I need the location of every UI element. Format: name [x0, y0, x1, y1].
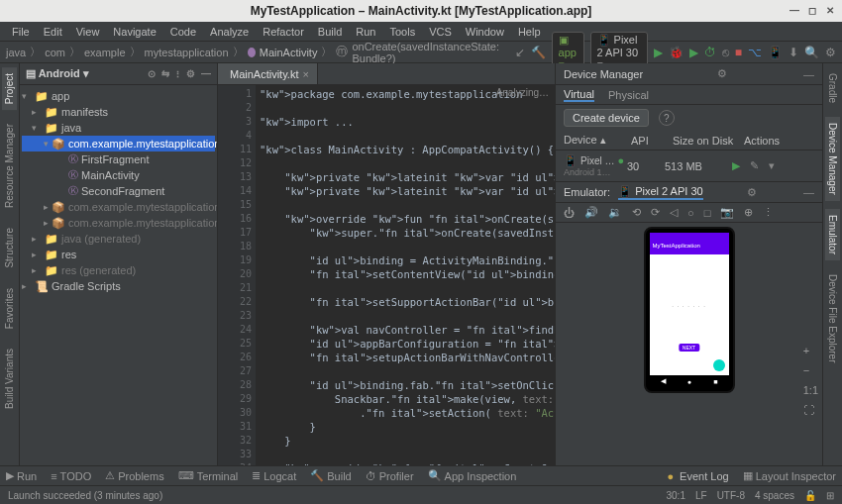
tree-row[interactable]: ⓀMainActivity	[22, 167, 215, 183]
emulator-device[interactable]: 📱 Pixel 2 API 30	[618, 185, 703, 200]
tree-row[interactable]: ▾📦com.example.mytestapplication	[22, 136, 215, 151]
status-line-sep[interactable]: LF	[695, 490, 707, 501]
settings-icon[interactable]: ⚙	[825, 46, 836, 59]
tree-row[interactable]: ▸📁res (generated)	[22, 262, 215, 278]
emu-volup-icon[interactable]: 🔊	[584, 206, 598, 219]
profile-icon[interactable]: ⏱	[704, 46, 716, 59]
emu-zoom-in-icon[interactable]: +	[803, 345, 818, 356]
dm-col-actions[interactable]: Actions	[744, 135, 814, 147]
menu-vcs[interactable]: VCS	[423, 24, 458, 40]
tree-row[interactable]: ▾📁java	[22, 120, 215, 136]
emu-zoom-out-icon[interactable]: −	[803, 364, 818, 376]
menu-code[interactable]: Code	[164, 24, 202, 40]
status-readonly-icon[interactable]: 🔓	[804, 490, 816, 501]
tree-row[interactable]: ▸📦com.example.mytestapplication (test)	[22, 215, 215, 231]
bottom-tab-terminal[interactable]: ⌨ Terminal	[178, 469, 239, 482]
rail-device-file-explorer[interactable]: Device File Explorer	[825, 268, 840, 368]
breadcrumb-method[interactable]: onCreate(savedInstanceState: Bundle?)	[352, 41, 510, 64]
device-edit-icon[interactable]: ✎	[750, 159, 759, 172]
project-collapse-icon[interactable]: ⇆	[161, 68, 169, 79]
emu-zoom-fit-icon[interactable]: 1:1	[803, 384, 818, 396]
editor-tab[interactable]: MainActivity.kt ×	[218, 63, 318, 84]
device-manager-hide-icon[interactable]: —	[800, 68, 814, 80]
search-icon[interactable]: 🔍	[804, 46, 819, 59]
emu-back-icon[interactable]: ◁	[670, 206, 678, 219]
bottom-tab-layout-inspector[interactable]: ▦ Layout Inspector	[743, 469, 836, 482]
editor-gutter[interactable]: 1234111213141516171819202122232425262728…	[218, 85, 256, 465]
dm-tab-virtual[interactable]: Virtual	[564, 88, 594, 102]
bottom-tab-build[interactable]: 🔨 Build	[310, 469, 351, 482]
project-tree[interactable]: ▾📁app▸📁manifests▾📁java▾📦com.example.myte…	[20, 85, 217, 297]
vcs-icon[interactable]: ⌥	[748, 46, 762, 59]
tree-row[interactable]: ▸📦com.example.mytestapplication (android…	[22, 199, 215, 215]
sdk-manager-icon[interactable]: ⬇	[789, 46, 798, 59]
bottom-tab-profiler[interactable]: ⏱ Profiler	[366, 470, 414, 482]
run-icon[interactable]: ▶	[654, 46, 663, 59]
menu-edit[interactable]: Edit	[38, 24, 68, 40]
coverage-icon[interactable]: ▶	[689, 46, 698, 59]
project-gear-icon[interactable]: ⚙	[186, 68, 195, 79]
bottom-tab-logcat[interactable]: ≣ Logcat	[252, 469, 296, 482]
rail-resource-manager[interactable]: Resource Manager	[2, 118, 17, 214]
emu-rotate-left-icon[interactable]: ⟲	[632, 206, 641, 219]
stop-icon[interactable]: ■	[735, 46, 742, 59]
attach-debugger-icon[interactable]: ⎋	[722, 46, 729, 59]
create-device-button[interactable]: Create device	[564, 109, 649, 127]
tree-row[interactable]: ▸📁res	[22, 247, 215, 262]
editor-code[interactable]: "kw">package com.example.mytestapplicati…	[256, 85, 555, 465]
device-row[interactable]: 📱 Pixel … ● Android 1… 30 513 MB ▶ ✎ ▾	[556, 151, 822, 181]
device-menu-icon[interactable]: ▾	[769, 159, 775, 172]
tree-row[interactable]: ⓀSecondFragment	[22, 183, 215, 199]
help-icon[interactable]: ?	[659, 110, 675, 126]
rail-device-manager[interactable]: Device Manager	[825, 117, 840, 201]
emulator-hide-icon[interactable]: —	[800, 186, 814, 198]
rail-gradle[interactable]: Gradle	[825, 67, 840, 109]
emu-overview-icon[interactable]: □	[704, 207, 711, 219]
emulator-screen[interactable]: MyTestApplication · · · · · · · NEXT ◀ ●…	[644, 227, 735, 393]
breadcrumb-file[interactable]: MainActivity	[260, 47, 318, 58]
debug-icon[interactable]: 🐞	[669, 46, 684, 59]
rail-emulator[interactable]: Emulator	[825, 209, 840, 260]
tree-row[interactable]: ▸📁manifests	[22, 104, 215, 120]
bottom-tab-app-inspection[interactable]: 🔍 App Inspection	[428, 469, 517, 482]
bottom-tab-event-log[interactable]: Event Log	[667, 469, 728, 482]
emu-rotate-right-icon[interactable]: ⟳	[651, 206, 660, 219]
emu-voldown-icon[interactable]: 🔉	[608, 206, 622, 219]
device-manager-gear-icon[interactable]: ⚙	[717, 67, 727, 80]
emu-more-icon[interactable]: ⋮	[763, 206, 774, 219]
dm-col-size[interactable]: Size on Disk	[673, 135, 740, 147]
rail-project[interactable]: Project	[2, 67, 17, 110]
window-close-icon[interactable]: ✕	[822, 2, 838, 18]
tree-row[interactable]: ⓀFirstFragment	[22, 151, 215, 167]
menu-view[interactable]: View	[70, 24, 106, 40]
close-tab-icon[interactable]: ×	[302, 68, 308, 80]
rail-build-variants[interactable]: Build Variants	[2, 343, 17, 415]
build-icon[interactable]: 🔨	[531, 46, 546, 59]
menu-refactor[interactable]: Refactor	[257, 24, 310, 40]
bottom-tab-todo[interactable]: ≡ TODO	[51, 470, 91, 482]
window-minimize-icon[interactable]: —	[787, 2, 802, 18]
breadcrumb[interactable]: com	[45, 47, 65, 58]
status-indent[interactable]: 4 spaces	[755, 490, 794, 501]
menu-window[interactable]: Window	[460, 24, 510, 40]
bottom-tab-problems[interactable]: ⚠ Problems	[105, 469, 163, 482]
dm-col-device[interactable]: Device ▴	[564, 134, 627, 147]
tree-row[interactable]: ▸📜Gradle Scripts	[22, 278, 215, 294]
status-memory-icon[interactable]: ⊞	[826, 490, 834, 501]
rail-favorites[interactable]: Favorites	[2, 282, 17, 335]
tree-row[interactable]: ▸📁java (generated)	[22, 231, 215, 247]
menu-tools[interactable]: Tools	[383, 24, 421, 40]
breadcrumb[interactable]: example	[84, 47, 126, 58]
status-caret-pos[interactable]: 30:1	[666, 490, 684, 501]
menu-run[interactable]: Run	[350, 24, 381, 40]
breadcrumb[interactable]: java	[6, 47, 26, 58]
emulator-gear-icon[interactable]: ⚙	[747, 186, 757, 199]
breadcrumb[interactable]: mytestapplication	[145, 47, 229, 58]
status-encoding[interactable]: UTF-8	[717, 490, 745, 501]
project-hide-icon[interactable]: —	[201, 68, 211, 79]
menu-file[interactable]: File	[6, 24, 36, 40]
emu-zoom-icon[interactable]: ⊕	[744, 206, 753, 219]
avd-manager-icon[interactable]: 📱	[768, 46, 783, 59]
menu-build[interactable]: Build	[312, 24, 348, 40]
rail-structure[interactable]: Structure	[2, 222, 17, 274]
